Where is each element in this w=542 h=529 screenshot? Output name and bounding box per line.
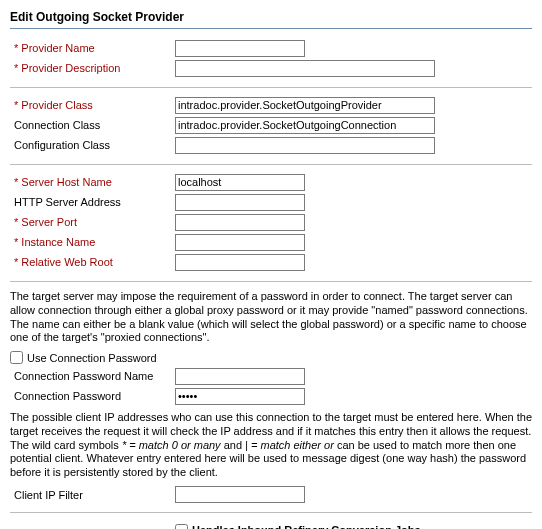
configuration-class-input[interactable] <box>175 137 435 154</box>
label-provider-name: * Provider Name <box>10 42 175 54</box>
divider <box>10 281 532 282</box>
provider-class-input[interactable] <box>175 97 435 114</box>
relative-web-root-input[interactable] <box>175 254 305 271</box>
label-server-host-name: * Server Host Name <box>10 176 175 188</box>
label-client-ip-filter: Client IP Filter <box>10 489 175 501</box>
label-configuration-class: Configuration Class <box>10 139 175 151</box>
handles-inbound-checkbox[interactable] <box>175 524 188 529</box>
server-port-input[interactable] <box>175 214 305 231</box>
password-help-text: The target server may impose the require… <box>10 290 532 345</box>
label-http-server-address: HTTP Server Address <box>10 196 175 208</box>
label-connection-class: Connection Class <box>10 119 175 131</box>
ip-help-text: The possible client IP addresses who can… <box>10 411 532 480</box>
label-relative-web-root: * Relative Web Root <box>10 256 175 268</box>
connection-password-name-input[interactable] <box>175 368 305 385</box>
client-ip-filter-input[interactable] <box>175 486 305 503</box>
label-provider-description: * Provider Description <box>10 62 175 74</box>
label-handles-inbound: Handles Inbound Refinery Conversion Jobs <box>192 524 421 529</box>
label-conversion-options: Conversion Options <box>10 521 175 529</box>
label-use-connection-password: Use Connection Password <box>27 352 157 364</box>
divider <box>10 87 532 88</box>
connection-class-input[interactable] <box>175 117 435 134</box>
provider-description-input[interactable] <box>175 60 435 77</box>
label-connection-password-name: Connection Password Name <box>10 370 175 382</box>
use-connection-password-checkbox[interactable] <box>10 351 23 364</box>
divider <box>10 164 532 165</box>
provider-name-input[interactable] <box>175 40 305 57</box>
label-connection-password: Connection Password <box>10 390 175 402</box>
label-server-port: * Server Port <box>10 216 175 228</box>
divider <box>10 512 532 513</box>
label-instance-name: * Instance Name <box>10 236 175 248</box>
instance-name-input[interactable] <box>175 234 305 251</box>
page-title: Edit Outgoing Socket Provider <box>10 10 532 29</box>
server-host-name-input[interactable] <box>175 174 305 191</box>
connection-password-input[interactable] <box>175 388 305 405</box>
http-server-address-input[interactable] <box>175 194 305 211</box>
label-provider-class: * Provider Class <box>10 99 175 111</box>
